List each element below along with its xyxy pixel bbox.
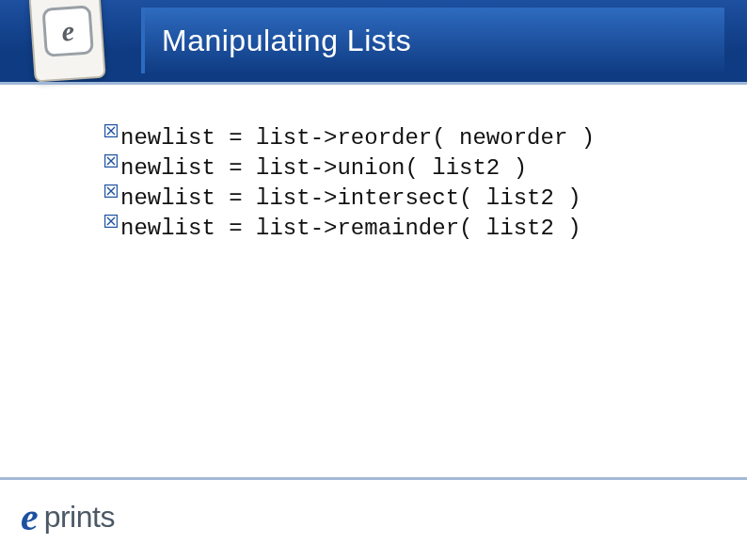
- title-box: Manipulating Lists: [141, 8, 724, 73]
- list-item: newlist = list->reorder( neworder ): [102, 124, 709, 152]
- code-text: newlist = list->intersect( list2 ): [120, 184, 581, 213]
- code-text: newlist = list->reorder( neworder ): [120, 124, 595, 152]
- logo-e-letter: e: [21, 495, 39, 538]
- logo-text: prints: [44, 500, 115, 535]
- list-item: newlist = list->intersect( list2 ): [102, 184, 709, 213]
- checkbox-x-icon: [102, 154, 120, 168]
- footer-separator: [0, 477, 747, 480]
- code-text: newlist = list->remainder( list2 ): [120, 215, 581, 243]
- eprints-e-icon: e: [41, 5, 94, 57]
- slide-body: newlist = list->reorder( neworder ) newl…: [102, 124, 709, 245]
- checkbox-x-icon: [102, 215, 120, 228]
- list-item: newlist = list->union( list2 ): [102, 154, 709, 183]
- eprints-logo: e prints: [21, 494, 115, 539]
- code-text: newlist = list->union( list2 ): [120, 154, 527, 183]
- slide-title: Manipulating Lists: [162, 24, 411, 58]
- checkbox-x-icon: [102, 184, 120, 198]
- header-icon: e: [0, 0, 138, 94]
- checkbox-x-icon: [102, 124, 120, 137]
- list-item: newlist = list->remainder( list2 ): [102, 215, 709, 243]
- slide-header: e Manipulating Lists: [0, 0, 747, 85]
- logo-e-icon: e: [21, 494, 39, 539]
